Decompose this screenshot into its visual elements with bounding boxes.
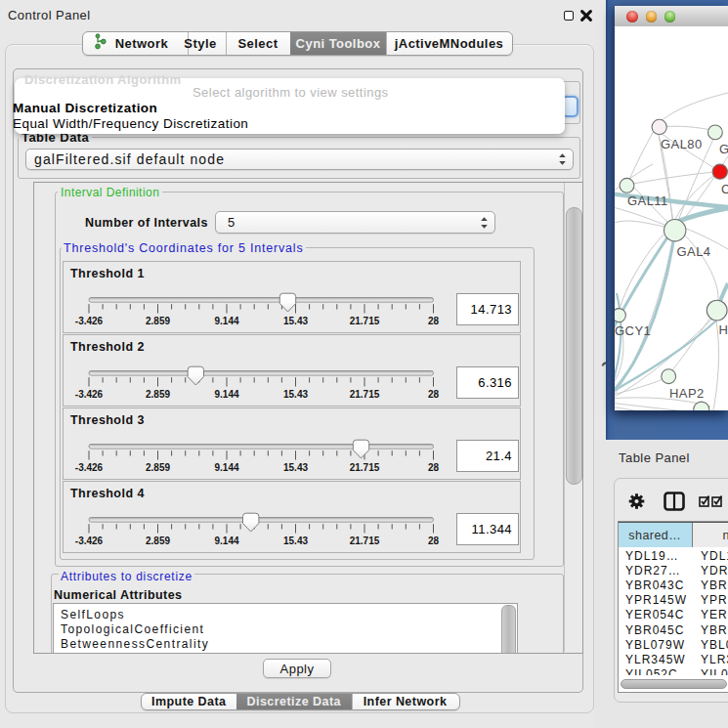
svg-text:GAL4: GAL4 (677, 244, 711, 259)
svg-text:H: H (719, 322, 728, 337)
svg-text:GAL11: GAL11 (627, 193, 668, 208)
svg-text:C: C (721, 182, 728, 196)
svg-text:GCY1: GCY1 (615, 323, 651, 338)
svg-text:HAP2: HAP2 (669, 386, 705, 401)
svg-text:G…: G… (719, 142, 728, 156)
svg-text:GAL80: GAL80 (661, 137, 703, 151)
